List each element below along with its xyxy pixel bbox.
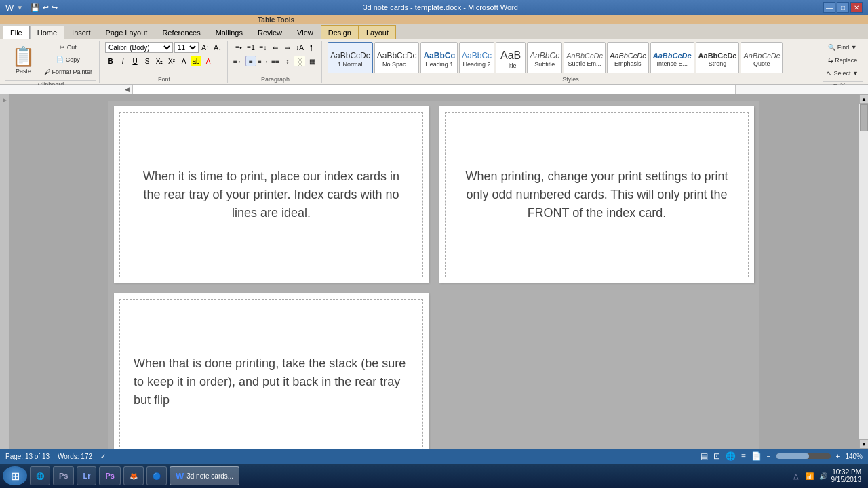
format-painter-button[interactable]: 🖌 Format Painter [41,66,95,77]
scroll-track[interactable] [859,104,868,439]
font-color-button[interactable]: A [203,56,214,66]
justify-button[interactable]: ≡≡ [270,56,281,66]
zoom-in-button[interactable]: + [836,453,840,460]
view-outline-icon[interactable]: ≡ [741,451,746,461]
font-family-select[interactable]: Calibri (Body) [105,42,173,53]
view-print-icon[interactable]: ▤ [701,451,708,461]
strikethrough-button[interactable]: S [142,56,153,66]
tab-home[interactable]: Home [30,26,64,39]
word-count[interactable]: Words: 172 [58,453,92,460]
select-button[interactable]: ↖ Select ▼ [824,68,861,79]
tab-design[interactable]: Design [321,25,359,39]
taskbar-ie[interactable]: 🌐 [30,466,50,485]
close-button[interactable]: ✕ [850,2,863,13]
sort-button[interactable]: ↕A [294,42,305,53]
font-size-select[interactable]: 11 12 14 18 [174,42,199,53]
system-clock[interactable]: 10:32 PM 9/15/2013 [831,468,862,483]
align-right-button[interactable]: ≡→ [258,56,269,66]
style-emphasis[interactable]: AaBbCcDc Emphasis [607,42,649,73]
maximize-button[interactable]: □ [837,2,849,13]
tab-mailings[interactable]: Mailings [208,25,250,39]
card-text-2[interactable]: When printing, change your print setting… [459,167,734,222]
taskbar-ps[interactable]: Ps [53,466,74,485]
view-fullscreen-icon[interactable]: ⊡ [713,451,720,461]
view-draft-icon[interactable]: 📄 [751,451,762,461]
section-break-indicator[interactable]: ▶ [3,97,7,103]
tab-file[interactable]: File [3,26,30,39]
align-center-button[interactable]: ≡ [245,56,256,66]
taskbar-ps2[interactable]: Ps [99,466,120,485]
borders-button[interactable]: ▦ [307,56,317,66]
taskbar-lr[interactable]: Lr [77,466,96,485]
minimize-button[interactable]: — [823,2,835,13]
style-strong[interactable]: AaBbCcDc Strong [696,42,740,73]
align-left-button[interactable]: ≡← [233,56,244,66]
zoom-level[interactable]: 140% [845,453,863,460]
start-button[interactable]: ⊞ [3,466,27,485]
numbering-button[interactable]: ≡1 [245,42,256,53]
replace-button[interactable]: ⇆ Replace [825,55,861,66]
taskbar-firefox[interactable]: 🦊 [123,466,144,485]
superscript-button[interactable]: X² [166,56,177,66]
zoom-slider[interactable] [776,453,831,459]
style-subtle-em[interactable]: AaBbCcDc Subtle Em... [564,42,606,73]
find-button[interactable]: 🔍 Find ▼ [825,42,859,53]
shading-button[interactable]: ░ [294,56,305,66]
style-intense-e[interactable]: AaBbCcDc Intense E... [650,42,694,73]
scroll-up-button[interactable]: ▲ [859,94,868,104]
quick-access-save[interactable]: 💾 [31,3,40,12]
italic-button[interactable]: I [117,56,128,66]
quick-access-undo[interactable]: ↩ [43,3,49,12]
underline-button[interactable]: U [130,56,140,66]
show-formatting-button[interactable]: ¶ [307,42,317,53]
card-cell-1: When it is time to print, place our inde… [108,101,434,288]
style-title[interactable]: AaB Title [496,42,526,73]
page-indicator[interactable]: Page: 13 of 13 [5,453,50,460]
subscript-button[interactable]: X₂ [154,56,165,66]
highlight-button[interactable]: ab [191,56,201,66]
style-title-label: Title [505,62,517,69]
tab-references[interactable]: References [155,25,208,39]
increase-indent-button[interactable]: ⇒ [282,42,293,53]
font-grow-button[interactable]: A↑ [200,42,211,53]
bullets-button[interactable]: ≡• [233,42,244,53]
cut-button[interactable]: ✂ Cut [41,42,95,53]
card-text-3[interactable]: When that is done printing, take the sta… [134,354,409,409]
scroll-down-button[interactable]: ▼ [859,439,868,449]
style-quote[interactable]: AaBbCcDc Quote [741,42,783,73]
style-heading1[interactable]: AaBbCc Heading 1 [420,42,458,73]
spell-check-icon[interactable]: ✓ [100,453,106,460]
tray-icon-1[interactable]: △ [791,470,802,481]
tab-review[interactable]: Review [250,25,290,39]
ruler-toggle[interactable]: ◀ [122,86,132,93]
bold-button[interactable]: B [105,56,116,66]
tab-layout[interactable]: Layout [359,25,396,39]
font-shrink-button[interactable]: A↓ [212,42,223,53]
style-heading2[interactable]: AaBbCc Heading 2 [459,42,494,73]
taskbar-chrome[interactable]: 🔵 [146,466,167,485]
style-subtitle[interactable]: AaBbCc Subtitle [527,42,562,73]
quick-access-redo[interactable]: ↪ [52,3,58,12]
multilevel-button[interactable]: ≡↓ [258,42,269,53]
tray-icon-network[interactable]: 📶 [804,470,815,481]
line-spacing-button[interactable]: ↕ [282,56,293,66]
view-web-icon[interactable]: 🌐 [726,451,736,461]
copy-button[interactable]: 📄 Copy [41,54,95,65]
scroll-thumb[interactable] [860,104,868,131]
tab-page-layout[interactable]: Page Layout [98,25,155,39]
tab-view[interactable]: View [290,25,321,39]
card-outer-3[interactable]: When that is done printing, take the sta… [114,293,429,449]
text-effects-button[interactable]: A [178,56,189,66]
decrease-indent-button[interactable]: ⇐ [270,42,281,53]
card-text-1[interactable]: When it is time to print, place our inde… [134,167,409,222]
tray-icon-sound[interactable]: 🔊 [818,470,829,481]
style-normal[interactable]: AaBbCcDc 1 Normal [328,42,373,73]
tab-insert[interactable]: Insert [64,25,98,39]
style-h1-preview: AaBbCc [423,51,455,60]
paste-button[interactable]: 📋 Paste [7,43,40,77]
zoom-out-button[interactable]: − [767,453,771,460]
card-outer-1[interactable]: When it is time to print, place our inde… [114,106,429,283]
taskbar-word[interactable]: W 3d note cards... [170,466,239,485]
style-no-spacing[interactable]: AaBbCcDc No Spac... [374,42,420,73]
card-outer-2[interactable]: When printing, change your print setting… [439,106,754,283]
